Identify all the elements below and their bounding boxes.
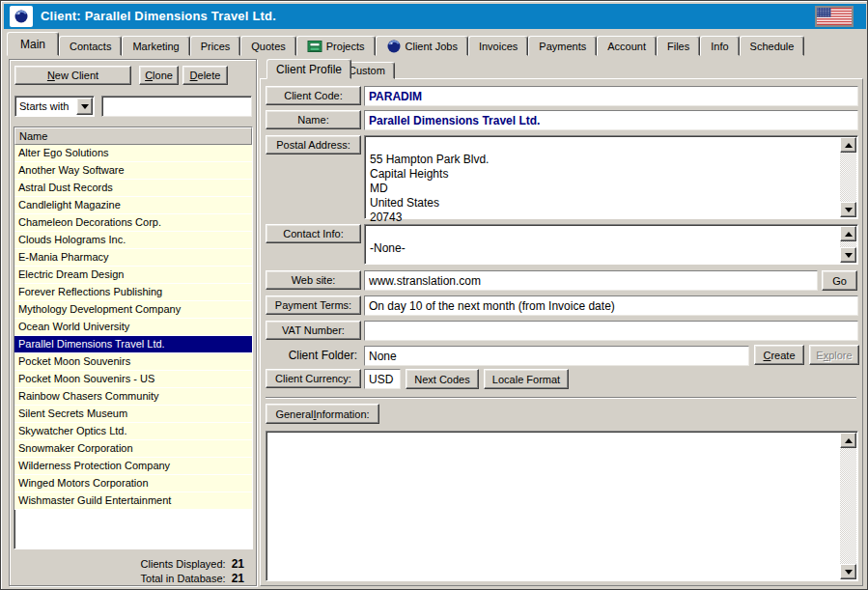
next-codes-button[interactable]: Next Codes <box>406 369 479 389</box>
client-folder-label: Client Folder: <box>266 349 357 362</box>
scroll-up-button[interactable] <box>840 226 856 241</box>
contact-info-textarea[interactable]: -None- <box>364 224 858 265</box>
scroll-up-button[interactable] <box>840 433 856 448</box>
tab-label: Client Jobs <box>406 41 458 52</box>
title-bar: Client: Parallel Dimensions Travel Ltd. <box>4 4 866 29</box>
client-list-item[interactable]: Silent Secrets Museum <box>14 406 252 423</box>
postal-scrollbar[interactable] <box>840 137 856 217</box>
web-site-field[interactable] <box>364 270 818 291</box>
tab-invoices[interactable]: Invoices <box>468 36 528 56</box>
tab-schedule[interactable]: Schedule <box>740 36 805 56</box>
client-list-item[interactable]: Wilderness Protection Company <box>14 458 252 475</box>
projects-icon <box>307 39 322 54</box>
tab-label: Payments <box>539 41 586 52</box>
status-label: Total in Database: <box>141 573 226 584</box>
client-list-item[interactable]: E-Mania Pharmacy <box>14 249 252 267</box>
tab-client-jobs[interactable]: Client Jobs <box>376 36 468 56</box>
subtab-client-profile[interactable]: Client Profile <box>266 59 351 79</box>
scroll-down-button[interactable] <box>840 247 856 263</box>
tab-payments[interactable]: Payments <box>528 36 597 56</box>
client-list-item[interactable]: Winged Motors Corporation <box>14 475 252 492</box>
window-title: Client: Parallel Dimensions Travel Ltd. <box>41 4 276 29</box>
scroll-up-icon <box>845 143 853 148</box>
scroll-down-icon <box>845 208 853 212</box>
client-list-item[interactable]: Mythology Development Company <box>14 301 252 319</box>
client-name-field[interactable] <box>364 110 858 130</box>
client-list-panel: New Client Clone Delete Starts with Name… <box>9 59 257 586</box>
tab-info[interactable]: Info <box>700 36 739 56</box>
client-list-item[interactable]: Alter Ego Solutions <box>14 145 252 162</box>
tab-account[interactable]: Account <box>597 36 657 56</box>
explore-folder-button[interactable]: Explore <box>809 345 859 365</box>
scroll-up-button[interactable] <box>840 137 856 153</box>
general-information-label-button[interactable]: General Information: <box>266 404 379 424</box>
tab-label: Files <box>667 41 689 52</box>
scroll-up-icon <box>845 232 853 237</box>
dropdown-arrow-button[interactable] <box>76 98 93 115</box>
create-folder-button[interactable]: Create <box>754 345 804 365</box>
scroll-down-button[interactable] <box>840 564 856 579</box>
tab-projects[interactable]: Projects <box>296 36 376 56</box>
client-list-item-selected[interactable]: Parallel Dimensions Travel Ltd. <box>14 336 252 353</box>
client-list-item[interactable]: Pocket Moon Souvenirs <box>14 353 252 371</box>
contact-scrollbar[interactable] <box>840 226 856 263</box>
client-currency-field[interactable] <box>364 369 401 389</box>
geninfo-scrollbar[interactable] <box>840 433 856 579</box>
payment-terms-label-button[interactable]: Payment Terms: <box>266 295 361 315</box>
client-list-item[interactable]: Astral Dust Records <box>14 180 252 197</box>
client-list-item[interactable]: Pocket Moon Souvenirs - US <box>14 371 252 388</box>
client-code-field[interactable] <box>364 86 858 106</box>
chevron-down-icon <box>81 104 89 109</box>
list-column-header[interactable]: Name <box>14 127 252 145</box>
app-window: Client: Parallel Dimensions Travel Ltd. <box>0 0 868 590</box>
postal-address-label-button[interactable]: Postal Address: <box>266 135 361 155</box>
web-site-label-button[interactable]: Web site: <box>266 270 361 290</box>
scrollbar-track[interactable] <box>840 448 856 564</box>
client-list-item[interactable]: Skywatcher Optics Ltd. <box>14 423 252 440</box>
client-list-item[interactable]: Rainbow Chasers Community <box>14 388 252 406</box>
app-globe-icon <box>10 6 33 27</box>
go-button[interactable]: Go <box>822 270 857 291</box>
clone-button[interactable]: Clone <box>139 66 179 85</box>
client-list-item[interactable]: Clouds Holograms Inc. <box>14 232 252 249</box>
filter-mode-value: Starts with <box>19 100 69 112</box>
tab-main[interactable]: Main <box>7 32 59 56</box>
tab-marketing[interactable]: Marketing <box>122 36 189 56</box>
scrollbar-track[interactable] <box>840 153 856 202</box>
contact-info-label-button[interactable]: Contact Info: <box>266 224 361 243</box>
postal-address-textarea[interactable]: 55 Hampton Park Blvd. Capital Heights MD… <box>364 135 858 219</box>
client-code-label-button[interactable]: Client Code: <box>266 86 361 105</box>
client-list: Name Alter Ego Solutions Another Way Sof… <box>14 126 253 549</box>
client-list-item[interactable]: Chameleon Decorations Corp. <box>14 214 252 232</box>
locale-format-button[interactable]: Locale Format <box>484 369 569 389</box>
tab-files[interactable]: Files <box>657 36 700 56</box>
tab-contacts[interactable]: Contacts <box>59 36 122 56</box>
subtab-label: Custom <box>349 65 385 76</box>
tab-label: Prices <box>201 41 231 52</box>
payment-terms-field[interactable] <box>364 295 858 316</box>
client-list-item[interactable]: Electric Dream Design <box>14 267 252 284</box>
search-input[interactable] <box>101 96 252 117</box>
client-list-item[interactable]: Candlelight Magazine <box>14 197 252 214</box>
client-list-item[interactable]: Snowmaker Corporation <box>14 440 252 458</box>
name-label-button[interactable]: Name: <box>266 110 361 129</box>
general-information-textarea[interactable] <box>266 431 858 581</box>
filter-mode-select[interactable]: Starts with <box>14 96 95 117</box>
client-list-item[interactable]: Forever Reflections Publishing <box>14 284 252 301</box>
client-list-item[interactable]: Another Way Software <box>14 162 252 180</box>
tab-label: Info <box>711 41 728 52</box>
vat-number-field[interactable] <box>364 321 858 341</box>
client-currency-label-button[interactable]: Client Currency: <box>266 369 361 388</box>
tab-quotes[interactable]: Quotes <box>240 36 295 56</box>
client-folder-field[interactable] <box>364 346 749 366</box>
client-list-item[interactable]: Wishmaster Guild Entertainment <box>14 492 252 510</box>
delete-button[interactable]: Delete <box>182 66 228 85</box>
status-label: Clients Displayed: <box>141 558 226 570</box>
tab-prices[interactable]: Prices <box>190 36 241 56</box>
client-list-item[interactable]: Ocean World University <box>14 319 252 336</box>
tab-label: Main <box>20 38 45 51</box>
new-client-button[interactable]: New Client <box>14 66 131 85</box>
vat-number-label-button[interactable]: VAT Number: <box>266 321 361 340</box>
scroll-down-button[interactable] <box>840 202 856 217</box>
contact-info-value: -None- <box>370 241 406 255</box>
